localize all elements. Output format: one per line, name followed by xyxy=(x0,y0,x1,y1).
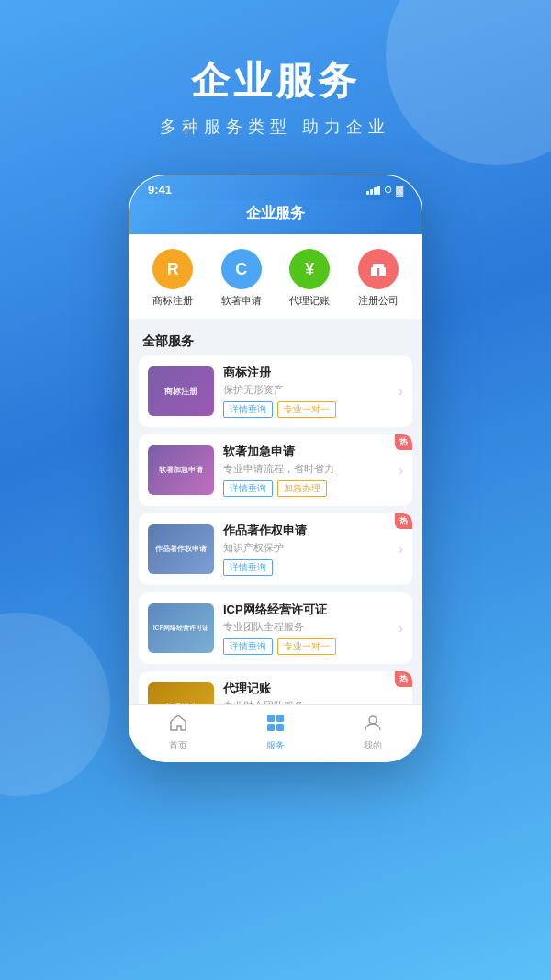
page-title: 企业服务 xyxy=(0,55,551,107)
thumbnail-software: 软著加急申请 xyxy=(148,445,214,495)
chevron-copyright: › xyxy=(399,542,403,557)
tag-0-1: 专业一对一 xyxy=(277,401,336,418)
svg-rect-5 xyxy=(267,724,275,731)
service-name-trademark: 商标注册 xyxy=(223,365,389,381)
hot-badge-bookkeeping: 热 xyxy=(395,671,412,687)
service-desc-bookkeeping: 专业财会团队服务 xyxy=(223,699,389,704)
status-bar: 9:41 ⊙ ▓ xyxy=(129,175,422,200)
home-icon xyxy=(168,713,188,738)
service-name-software: 软著加急申请 xyxy=(223,444,389,460)
service-tags-copyright: 详情垂询 xyxy=(223,559,389,576)
company-label: 注册公司 xyxy=(358,294,399,308)
service-info-bookkeeping: 代理记账 专业财会团队服务 详情垂询 初创首选 xyxy=(223,681,389,704)
svg-rect-3 xyxy=(267,715,275,722)
service-name-copyright: 作品著作权申请 xyxy=(223,523,389,539)
svg-rect-6 xyxy=(276,724,284,731)
svg-rect-0 xyxy=(371,267,377,276)
tab-mine-label: 我的 xyxy=(364,739,382,752)
service-desc-trademark: 保护无形资产 xyxy=(223,383,389,397)
service-item-trademark[interactable]: 商标注册 商标注册 保护无形资产 详情垂询 专业一对一 › xyxy=(139,355,412,427)
phone-content: R 商标注册 C 软著申请 ¥ 代理记账 xyxy=(129,234,422,704)
tag-3-0: 详情垂询 xyxy=(223,638,273,655)
phone-frame: 9:41 ⊙ ▓ 企业服务 R 商标注册 xyxy=(129,175,422,762)
phone-nav-title: 企业服务 xyxy=(246,205,305,220)
tab-services-label: 服务 xyxy=(266,739,285,752)
trademark-icon: R xyxy=(152,249,193,289)
service-tags-icp: 详情垂询 专业一对一 xyxy=(223,638,389,655)
service-info-trademark: 商标注册 保护无形资产 详情垂询 专业一对一 xyxy=(223,365,389,418)
service-desc-copyright: 知识产权保护 xyxy=(223,541,389,555)
svg-rect-4 xyxy=(276,715,284,722)
service-list: 商标注册 商标注册 保护无形资产 详情垂询 专业一对一 › 热 xyxy=(129,355,422,704)
quick-icons-row: R 商标注册 C 软著申请 ¥ 代理记账 xyxy=(129,234,422,319)
services-icon xyxy=(265,713,286,738)
service-name-icp: ICP网络经营许可证 xyxy=(223,602,389,618)
service-info-copyright: 作品著作权申请 知识产权保护 详情垂询 xyxy=(223,523,389,576)
phone-mockup: 9:41 ⊙ ▓ 企业服务 R 商标注册 xyxy=(129,175,422,762)
status-icons: ⊙ ▓ xyxy=(366,184,403,196)
page-header: 企业服务 多种服务类型 助力企业 xyxy=(0,0,551,165)
agent-label: 代理记账 xyxy=(289,294,330,308)
service-desc-icp: 专业团队全程服务 xyxy=(223,620,389,634)
software-label: 软著申请 xyxy=(221,294,262,308)
quick-item-agent[interactable]: ¥ 代理记账 xyxy=(289,249,330,308)
service-desc-software: 专业申请流程，省时省力 xyxy=(223,462,389,476)
hot-badge-copyright: 热 xyxy=(395,513,412,529)
tab-services[interactable]: 服务 xyxy=(248,713,303,752)
tab-home-label: 首页 xyxy=(169,739,187,752)
chevron-icp: › xyxy=(399,621,403,636)
svg-rect-2 xyxy=(373,264,384,268)
phone-navbar: 企业服务 xyxy=(129,200,422,234)
quick-item-company[interactable]: 注册公司 xyxy=(358,249,399,308)
chevron-software: › xyxy=(399,463,403,478)
thumbnail-bookkeeping: 代理记账 xyxy=(148,682,214,704)
section-header: 全部服务 xyxy=(129,326,422,355)
svg-point-7 xyxy=(369,716,377,724)
bg-circle-bottom-left xyxy=(0,613,110,796)
status-time: 9:41 xyxy=(148,183,172,197)
service-name-bookkeeping: 代理记账 xyxy=(223,681,389,697)
mine-icon xyxy=(363,713,383,738)
svg-rect-1 xyxy=(379,267,386,276)
tag-1-0: 详情垂询 xyxy=(223,480,273,497)
company-icon xyxy=(358,249,399,289)
tag-3-1: 专业一对一 xyxy=(277,638,336,655)
thumbnail-copyright: 作品著作权申请 xyxy=(148,524,214,574)
thumbnail-trademark: 商标注册 xyxy=(148,366,214,416)
tag-0-0: 详情垂询 xyxy=(223,401,273,418)
service-tags-trademark: 详情垂询 专业一对一 xyxy=(223,401,389,418)
service-item-copyright[interactable]: 热 作品著作权申请 作品著作权申请 知识产权保护 详情垂询 › xyxy=(139,513,412,585)
tab-mine[interactable]: 我的 xyxy=(345,713,400,752)
wifi-icon: ⊙ xyxy=(384,184,392,196)
service-item-icp[interactable]: ICP网络经营许可证 ICP网络经营许可证 专业团队全程服务 详情垂询 专业一对… xyxy=(139,592,412,664)
service-info-software: 软著加急申请 专业申请流程，省时省力 详情垂询 加急办理 xyxy=(223,444,389,497)
service-item-software[interactable]: 热 软著加急申请 软著加急申请 专业申请流程，省时省力 详情垂询 加急办理 › xyxy=(139,434,412,506)
agent-icon: ¥ xyxy=(289,249,330,289)
tab-home[interactable]: 首页 xyxy=(151,713,206,752)
software-icon: C xyxy=(221,249,262,289)
trademark-label: 商标注册 xyxy=(152,294,193,308)
page-subtitle: 多种服务类型 助力企业 xyxy=(0,116,551,138)
service-info-icp: ICP网络经营许可证 专业团队全程服务 详情垂询 专业一对一 xyxy=(223,602,389,655)
service-item-bookkeeping[interactable]: 热 代理记账 代理记账 专业财会团队服务 详情垂询 初创首选 › xyxy=(139,671,412,704)
hot-badge-software: 热 xyxy=(395,434,412,450)
chevron-bookkeeping: › xyxy=(399,700,403,704)
thumbnail-icp: ICP网络经营许可证 xyxy=(148,603,214,653)
quick-item-software[interactable]: C 软著申请 xyxy=(221,249,262,308)
battery-icon: ▓ xyxy=(396,185,403,196)
chevron-trademark: › xyxy=(399,384,403,399)
tag-2-0: 详情垂询 xyxy=(223,559,273,576)
signal-icon xyxy=(366,186,380,195)
service-tags-software: 详情垂询 加急办理 xyxy=(223,480,389,497)
quick-item-trademark[interactable]: R 商标注册 xyxy=(152,249,193,308)
tag-1-1: 加急办理 xyxy=(277,480,327,497)
tab-bar: 首页 服务 xyxy=(129,704,422,761)
